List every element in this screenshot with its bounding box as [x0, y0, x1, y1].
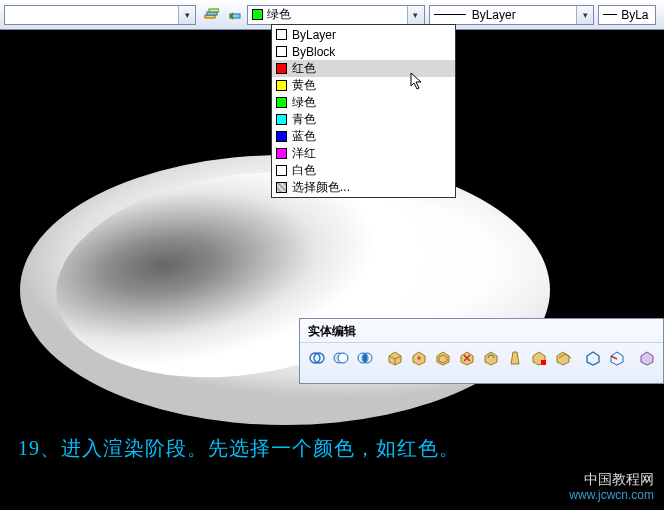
subtract-icon[interactable] [330, 347, 352, 369]
union-icon[interactable] [306, 347, 328, 369]
tutorial-caption: 19、进入渲染阶段。先选择一个颜色，如红色。 [18, 435, 460, 462]
taper-face-icon[interactable] [504, 347, 526, 369]
intersect-icon[interactable] [354, 347, 376, 369]
chevron-down-icon: ▾ [407, 6, 424, 24]
watermark-cn: 中国教程网 [569, 470, 654, 488]
lineweight-preview-icon [603, 14, 617, 15]
linetype-preview-icon [434, 14, 466, 15]
color-combo[interactable]: 绿色 ▾ [247, 5, 425, 25]
panel-title: 实体编辑 [300, 319, 663, 343]
color-face-icon[interactable] [528, 347, 550, 369]
linetype-combo-value: ByLayer [472, 8, 516, 22]
color-option-red[interactable]: 红色 [272, 60, 455, 77]
svg-line-14 [611, 356, 617, 359]
solid-edit-panel: 实体编辑 [299, 318, 664, 384]
layer-combo[interactable]: ▾ [4, 5, 196, 25]
svg-point-7 [338, 353, 348, 363]
color-option-bylayer[interactable]: ByLayer [272, 26, 455, 43]
svg-rect-13 [541, 360, 546, 365]
color-option-blue[interactable]: 蓝色 [272, 128, 455, 145]
color-option-magenta[interactable]: 洋红 [272, 145, 455, 162]
watermark-url: www.jcwcn.com [569, 488, 654, 504]
clean-icon[interactable] [660, 347, 664, 369]
panel-toolbar [300, 343, 663, 373]
chevron-down-icon: ▾ [576, 6, 593, 24]
chevron-down-icon: ▾ [178, 6, 195, 24]
color-option-select[interactable]: 选择颜色... [272, 179, 455, 196]
extrude-face-icon[interactable] [384, 347, 406, 369]
move-face-icon[interactable] [408, 347, 430, 369]
color-dropdown: ByLayer ByBlock 红色 黄色 绿色 青色 蓝色 洋红 白色 选择颜… [271, 24, 456, 198]
color-option-cyan[interactable]: 青色 [272, 111, 455, 128]
color-swatch-icon [252, 9, 263, 20]
offset-face-icon[interactable] [432, 347, 454, 369]
rotate-face-icon[interactable] [480, 347, 502, 369]
copy-face-icon[interactable] [552, 347, 574, 369]
linetype-combo[interactable]: ByLayer ▾ [429, 5, 594, 25]
color-option-yellow[interactable]: 黄色 [272, 77, 455, 94]
color-combo-value: 绿色 [267, 6, 291, 23]
copy-edge-icon[interactable] [606, 347, 628, 369]
lineweight-combo-value: ByLa [621, 8, 648, 22]
layer-properties-icon[interactable] [200, 4, 221, 26]
color-option-white[interactable]: 白色 [272, 162, 455, 179]
color-option-green[interactable]: 绿色 [272, 94, 455, 111]
watermark: 中国教程网 www.jcwcn.com [569, 470, 654, 504]
imprint-icon[interactable] [636, 347, 658, 369]
svg-rect-2 [209, 9, 219, 12]
delete-face-icon[interactable] [456, 347, 478, 369]
layer-previous-icon[interactable] [224, 4, 245, 26]
color-edge-icon[interactable] [582, 347, 604, 369]
lineweight-combo[interactable]: ByLa [598, 5, 656, 25]
svg-point-10 [363, 354, 367, 362]
color-option-byblock[interactable]: ByBlock [272, 43, 455, 60]
